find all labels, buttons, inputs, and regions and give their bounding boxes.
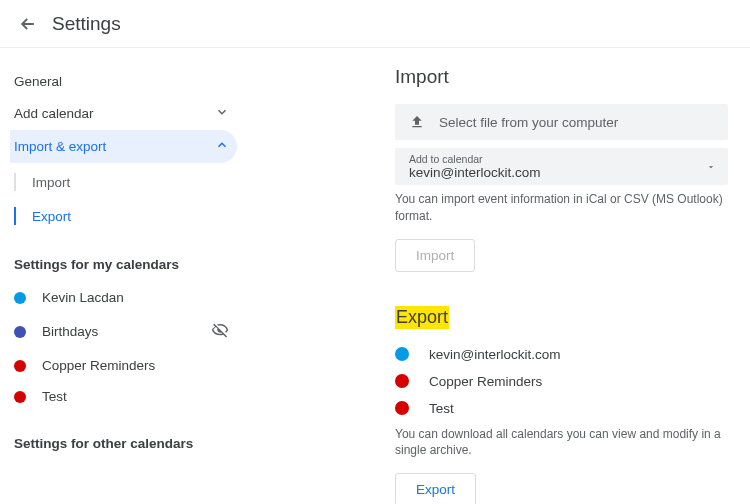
- visibility-off-icon: [211, 321, 229, 342]
- calendar-item[interactable]: Copper Reminders: [10, 350, 237, 381]
- export-section-title: Export: [395, 306, 449, 329]
- export-hint: You can download all calendars you can v…: [395, 426, 728, 460]
- sidebar: General Add calendar Import & export Imp…: [0, 48, 245, 504]
- section-heading-other-calendars: Settings for other calendars: [14, 436, 237, 451]
- calendar-label: Copper Reminders: [42, 358, 155, 373]
- calendar-label: kevin@interlockit.com: [429, 347, 561, 362]
- export-calendar-item: Test: [395, 395, 728, 422]
- arrow-left-icon: [18, 14, 38, 34]
- select-file-button[interactable]: Select file from your computer: [395, 104, 728, 140]
- import-button[interactable]: Import: [395, 239, 475, 272]
- import-section-title: Import: [395, 66, 728, 88]
- calendar-item[interactable]: Birthdays: [10, 313, 237, 350]
- calendar-color-dot: [14, 326, 26, 338]
- chevron-up-icon: [215, 138, 229, 155]
- add-to-calendar-dropdown[interactable]: Add to calendar kevin@interlockit.com: [395, 148, 728, 185]
- calendar-color-dot: [14, 360, 26, 372]
- sidebar-item-import-export[interactable]: Import & export: [10, 130, 237, 163]
- header: Settings: [0, 0, 750, 48]
- calendar-label: Test: [42, 389, 67, 404]
- calendar-label: Test: [429, 401, 454, 416]
- calendar-color-dot: [14, 391, 26, 403]
- main-content: Import Select file from your computer Ad…: [245, 48, 750, 504]
- sidebar-item-label: General: [14, 74, 62, 89]
- calendar-item[interactable]: Kevin Lacdan: [10, 282, 237, 313]
- calendar-color-dot: [395, 374, 409, 388]
- calendar-label: Copper Reminders: [429, 374, 542, 389]
- page-title: Settings: [52, 13, 121, 35]
- indicator: [14, 173, 16, 191]
- import-hint: You can import event information in iCal…: [395, 191, 728, 225]
- sidebar-sub-export[interactable]: Export: [10, 199, 237, 233]
- upload-icon: [409, 114, 425, 130]
- export-calendar-item: Copper Reminders: [395, 368, 728, 395]
- caret-down-icon: [706, 158, 716, 176]
- sidebar-item-label: Add calendar: [14, 106, 94, 121]
- dropdown-value: kevin@interlockit.com: [409, 165, 698, 180]
- export-button[interactable]: Export: [395, 473, 476, 504]
- sidebar-item-label: Import: [32, 175, 70, 190]
- indicator: [14, 207, 16, 225]
- calendar-color-dot: [14, 292, 26, 304]
- sidebar-item-label: Import & export: [14, 139, 106, 154]
- select-file-label: Select file from your computer: [439, 115, 618, 130]
- back-button[interactable]: [12, 8, 44, 40]
- sidebar-item-general[interactable]: General: [10, 66, 237, 97]
- section-heading-my-calendars: Settings for my calendars: [14, 257, 237, 272]
- export-calendar-item: kevin@interlockit.com: [395, 341, 728, 368]
- calendar-label: Birthdays: [42, 324, 98, 339]
- sidebar-item-add-calendar[interactable]: Add calendar: [10, 97, 237, 130]
- calendar-item[interactable]: Test: [10, 381, 237, 412]
- calendar-color-dot: [395, 347, 409, 361]
- dropdown-label: Add to calendar: [409, 153, 698, 165]
- sidebar-item-label: Export: [32, 209, 71, 224]
- sidebar-sub-import[interactable]: Import: [10, 165, 237, 199]
- calendar-color-dot: [395, 401, 409, 415]
- chevron-down-icon: [215, 105, 229, 122]
- calendar-label: Kevin Lacdan: [42, 290, 124, 305]
